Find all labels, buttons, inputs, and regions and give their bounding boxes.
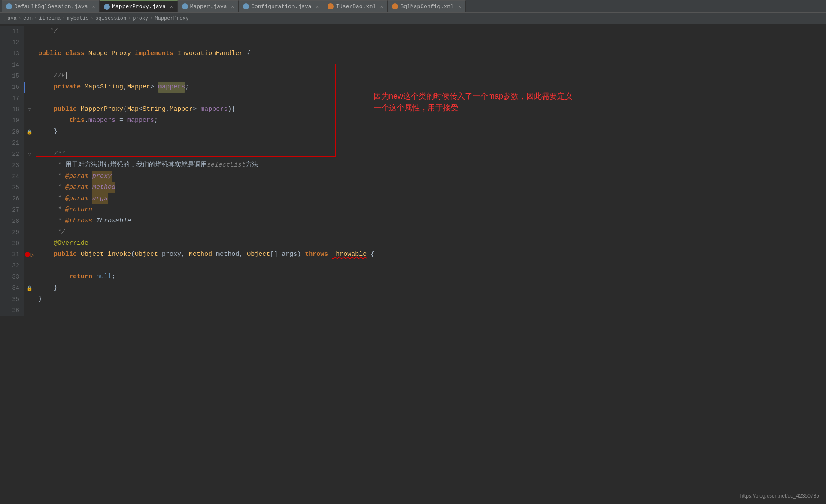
code-line-11: */ — [36, 26, 826, 37]
lock-icon: 🔒 — [27, 285, 33, 291]
code-line-12 — [36, 37, 826, 48]
bc-itheima[interactable]: itheima — [39, 15, 61, 21]
code-line-19: this.mappers = mappers; — [36, 115, 826, 126]
tab-iuser-dao-xml[interactable]: IUserDao.xml ✕ — [323, 0, 388, 12]
tab-label: SqlMapConfig.xml — [400, 3, 454, 10]
code-line-26: * @param args — [36, 193, 826, 204]
code-line-35: } — [36, 294, 826, 305]
bc-java[interactable]: java — [4, 15, 17, 21]
tab-label: MapperProxy.java — [112, 3, 166, 10]
lock-icon: 🔒 — [27, 129, 33, 135]
java-icon — [104, 4, 110, 10]
gutter: ▽ 🔒 ▽ ▷ 🔒 — [24, 26, 36, 316]
code-line-31: public Object invoke(Object proxy, Metho… — [36, 249, 826, 260]
breakpoint-icon[interactable] — [25, 252, 30, 257]
close-icon[interactable]: ✕ — [316, 4, 319, 9]
close-icon[interactable]: ✕ — [458, 4, 461, 9]
tab-configuration[interactable]: Configuration.java ✕ — [239, 0, 323, 12]
editor-window: DefaultSqlSession.java ✕ MapperProxy.jav… — [0, 0, 826, 316]
code-line-28: * @throws Throwable — [36, 216, 826, 227]
code-line-34: } — [36, 282, 826, 294]
close-icon[interactable]: ✕ — [231, 4, 234, 9]
tab-label: DefaultSqlSession.java — [14, 3, 88, 10]
bc-mapper-proxy[interactable]: MapperProxy — [155, 15, 189, 21]
code-line-20: } — [36, 126, 826, 137]
code-line-36 — [36, 305, 826, 316]
code-line-15: //k — [36, 70, 826, 82]
code-line-27: * @return — [36, 204, 826, 216]
tab-bar: DefaultSqlSession.java ✕ MapperProxy.jav… — [0, 0, 826, 13]
code-line-13: public class MapperProxy implements Invo… — [36, 48, 826, 59]
tab-mapper[interactable]: Mapper.java ✕ — [178, 0, 239, 12]
code-line-25: * @param method — [36, 182, 826, 193]
java-icon — [6, 3, 12, 9]
tab-mapper-proxy[interactable]: MapperProxy.java ✕ — [100, 0, 177, 12]
tab-label: IUserDao.xml — [336, 3, 376, 10]
breadcrumb: java › com › itheima › mybatis › sqlsess… — [0, 13, 826, 24]
run-icon[interactable]: ▷ — [31, 251, 34, 258]
bc-com[interactable]: com — [23, 15, 33, 21]
watermark: https://blog.csdn.net/qq_42350785 — [740, 493, 819, 499]
code-line-33: return null; — [36, 271, 826, 282]
tab-sqlmap-config-xml[interactable]: SqlMapConfig.xml ✕ — [388, 0, 465, 12]
code-line-22: /** — [36, 149, 826, 160]
code-line-21 — [36, 137, 826, 149]
code-line-30: @Override — [36, 238, 826, 249]
code-line-23: * 用于对方法进行增强的，我们的增强其实就是调用selectList方法 — [36, 160, 826, 171]
close-icon[interactable]: ✕ — [380, 4, 383, 9]
line-numbers: 11 12 13 14 15 16 17 18 19 20 21 22 23 2… — [0, 26, 24, 316]
bc-proxy[interactable]: proxy — [133, 15, 148, 21]
fold-icon[interactable]: ▽ — [28, 106, 31, 113]
code-line-32 — [36, 260, 826, 271]
xml-icon — [328, 3, 334, 9]
bc-sqlsession[interactable]: sqlsession — [95, 15, 126, 21]
code-line-14 — [36, 59, 826, 70]
bc-mybatis[interactable]: mybatis — [67, 15, 88, 21]
code-content: */ public class MapperProxy implements I… — [36, 26, 826, 316]
close-icon[interactable]: ✕ — [170, 4, 173, 9]
tab-default-sql-session[interactable]: DefaultSqlSession.java ✕ — [2, 0, 100, 12]
code-line-29: */ — [36, 227, 826, 238]
close-icon[interactable]: ✕ — [92, 4, 95, 9]
tab-label: Mapper.java — [190, 3, 227, 10]
java-icon — [243, 3, 249, 9]
code-area: 11 12 13 14 15 16 17 18 19 20 21 22 23 2… — [0, 24, 826, 316]
fold-icon[interactable]: ▽ — [28, 151, 31, 158]
tab-label: Configuration.java — [251, 3, 311, 10]
callout-text: 因为new这个类的时候传入了一个map参数，因此需要定义一个这个属性，用于接受 — [374, 91, 580, 114]
java-icon — [182, 3, 188, 9]
xml-icon — [392, 3, 398, 9]
code-line-24: * @param proxy — [36, 171, 826, 182]
